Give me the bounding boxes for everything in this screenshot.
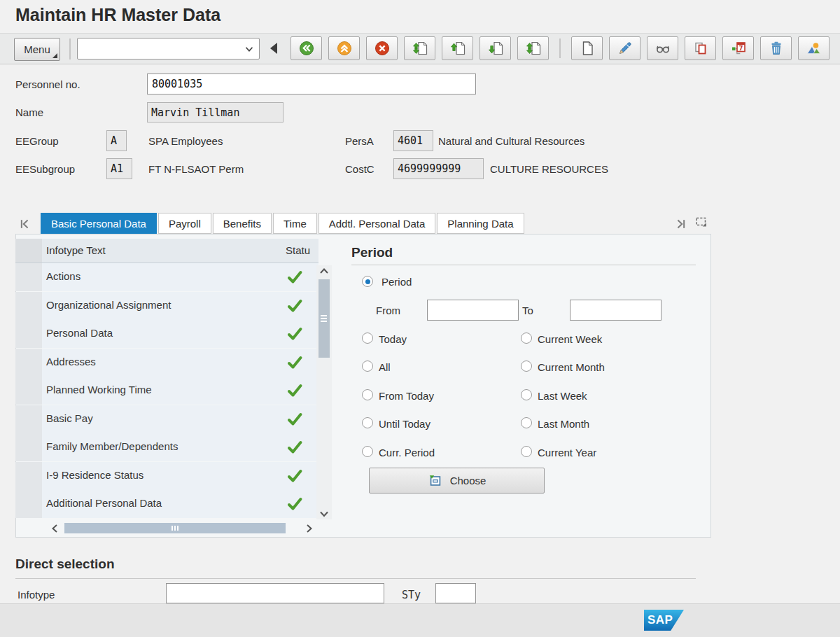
scroll-tabs-right-button[interactable] bbox=[674, 217, 688, 234]
command-input[interactable] bbox=[80, 40, 241, 58]
tab-time[interactable]: Time bbox=[273, 213, 317, 234]
horizontal-scrollbar[interactable] bbox=[42, 522, 318, 535]
row-selector[interactable] bbox=[15, 320, 42, 348]
next-page-button[interactable] bbox=[479, 36, 511, 60]
row-selector[interactable] bbox=[15, 349, 42, 377]
radio-period[interactable] bbox=[362, 276, 373, 287]
row-selector[interactable] bbox=[15, 405, 42, 433]
radio-last-month[interactable] bbox=[521, 417, 532, 428]
scroll-tabs-left-icon bbox=[18, 217, 31, 231]
persa-label: PersA bbox=[345, 135, 374, 147]
radio-today[interactable] bbox=[362, 332, 373, 344]
chevron-down-icon[interactable] bbox=[243, 43, 255, 55]
from-label: From bbox=[376, 304, 400, 316]
horizontal-scrollbar-thumb[interactable] bbox=[64, 523, 286, 533]
table-row-family-member-dependents[interactable]: Family Member/Dependents bbox=[15, 433, 318, 461]
tab-addtl-personal-data[interactable]: Addtl. Personal Data bbox=[318, 213, 436, 234]
collapse-toolbar-icon[interactable] bbox=[270, 43, 277, 54]
radio-current-year[interactable] bbox=[521, 446, 532, 457]
delimit-button[interactable]: 7 bbox=[722, 36, 754, 60]
scroll-tabs-right-icon bbox=[674, 217, 688, 231]
table-row-personal-data[interactable]: Personal Data bbox=[15, 320, 318, 348]
column-header-infotype-text[interactable]: Infotype Text bbox=[46, 244, 106, 256]
row-selector[interactable] bbox=[15, 263, 42, 291]
radio-until-today[interactable] bbox=[362, 417, 373, 428]
back-icon bbox=[298, 40, 315, 57]
table-row-i9-residence-status[interactable]: I-9 Residence Status bbox=[15, 462, 318, 490]
costc-field[interactable]: 4699999999 bbox=[393, 158, 484, 179]
table-row-additional-personal-data[interactable]: Additional Personal Data bbox=[15, 490, 318, 518]
sty-input[interactable] bbox=[435, 583, 476, 603]
overview-button[interactable] bbox=[798, 36, 830, 60]
first-page-button[interactable] bbox=[404, 36, 435, 60]
radio-current-month[interactable] bbox=[521, 360, 532, 372]
status-check-icon bbox=[286, 412, 303, 427]
selector-column-header[interactable] bbox=[15, 239, 42, 262]
last-page-icon bbox=[525, 40, 542, 57]
radio-last-week[interactable] bbox=[521, 389, 532, 400]
status-check-icon bbox=[286, 496, 303, 512]
command-field[interactable] bbox=[77, 38, 260, 59]
persa-field[interactable]: 4601 bbox=[393, 130, 433, 151]
page-title: Maintain HR Master Data bbox=[15, 5, 220, 25]
status-check-icon bbox=[286, 298, 303, 314]
back-button[interactable] bbox=[290, 36, 322, 60]
row-selector[interactable] bbox=[15, 377, 42, 405]
scroll-tabs-left-button[interactable] bbox=[18, 217, 31, 234]
table-row-basic-pay[interactable]: Basic Pay bbox=[15, 405, 318, 433]
to-date-input[interactable] bbox=[570, 300, 662, 321]
name-field: Marvin Tillman bbox=[147, 102, 284, 122]
eegroup-field[interactable]: A bbox=[106, 130, 127, 151]
menu-button-label: Menu bbox=[24, 43, 50, 55]
status-check-icon bbox=[286, 355, 303, 370]
scroll-right-button[interactable] bbox=[302, 522, 316, 535]
vertical-scrollbar-thumb[interactable] bbox=[318, 279, 330, 358]
table-row-actions[interactable]: Actions bbox=[15, 263, 318, 291]
vertical-scrollbar[interactable] bbox=[316, 265, 332, 519]
table-row-addresses[interactable]: Addresses bbox=[15, 349, 318, 377]
status-check-icon bbox=[286, 270, 303, 285]
menu-button[interactable]: Menu bbox=[14, 38, 60, 61]
radio-curr-period[interactable] bbox=[362, 446, 373, 457]
last-page-button[interactable] bbox=[517, 36, 549, 60]
next-page-icon bbox=[487, 40, 504, 57]
create-button[interactable] bbox=[571, 36, 603, 60]
costc-label: CostC bbox=[345, 163, 374, 175]
row-selector[interactable] bbox=[15, 490, 42, 518]
tab-planning-data[interactable]: Planning Data bbox=[437, 213, 524, 234]
eesubgroup-field[interactable]: A1 bbox=[106, 158, 132, 179]
toolbar-separator bbox=[69, 38, 71, 59]
row-selector[interactable] bbox=[15, 462, 42, 490]
previous-page-button[interactable] bbox=[442, 36, 473, 60]
change-icon bbox=[617, 40, 634, 57]
scroll-down-button[interactable] bbox=[316, 508, 332, 519]
row-selector[interactable] bbox=[15, 292, 42, 320]
row-selector[interactable] bbox=[15, 433, 42, 461]
radio-from-today[interactable] bbox=[362, 389, 373, 400]
from-date-input[interactable] bbox=[427, 300, 519, 321]
tab-overview-button[interactable] bbox=[694, 214, 709, 232]
toolbar-separator bbox=[559, 38, 561, 58]
scroll-left-button[interactable] bbox=[48, 522, 62, 535]
tab-benefits[interactable]: Benefits bbox=[213, 213, 272, 234]
copy-button[interactable] bbox=[685, 36, 716, 60]
tab-payroll[interactable]: Payroll bbox=[158, 213, 211, 234]
scroll-up-button[interactable] bbox=[316, 265, 332, 276]
delimit-icon: 7 bbox=[730, 40, 747, 57]
exit-button[interactable] bbox=[328, 36, 360, 60]
column-header-status[interactable]: Statu bbox=[286, 244, 310, 256]
table-row-planned-working-time[interactable]: Planned Working Time bbox=[15, 377, 318, 405]
personnel-no-input[interactable] bbox=[147, 74, 476, 94]
display-button[interactable] bbox=[647, 36, 678, 60]
change-button[interactable] bbox=[609, 36, 640, 60]
choose-button[interactable]: Choose bbox=[369, 468, 545, 493]
radio-current-week[interactable] bbox=[521, 332, 532, 344]
exit-icon bbox=[336, 40, 353, 57]
create-icon bbox=[579, 40, 596, 57]
cancel-button[interactable] bbox=[366, 36, 398, 60]
tab-basic-personal-data[interactable]: Basic Personal Data bbox=[41, 213, 157, 234]
infotype-input[interactable] bbox=[166, 583, 384, 603]
radio-all[interactable] bbox=[362, 360, 373, 372]
delete-button[interactable] bbox=[760, 36, 792, 60]
table-row-organizational-assignment[interactable]: Organizational Assignment bbox=[15, 292, 318, 320]
